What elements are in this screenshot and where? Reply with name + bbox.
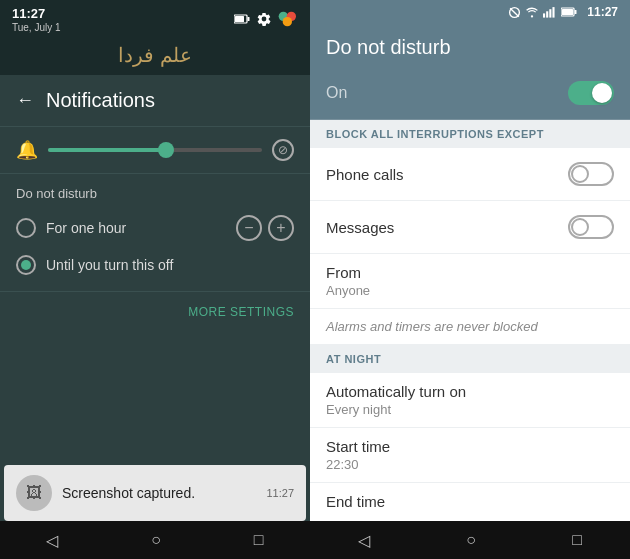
from-label: From xyxy=(326,264,614,281)
right-panel: 11:27 Do not disturb On BLOCK ALL INTERR… xyxy=(310,0,630,559)
svg-rect-13 xyxy=(575,10,577,14)
left-status-icons xyxy=(234,11,298,27)
auto-turn-on-value: Every night xyxy=(326,402,614,417)
settings-icon xyxy=(256,11,272,27)
messages-row[interactable]: Messages xyxy=(310,201,630,254)
right-back-nav-button[interactable]: ◁ xyxy=(346,527,382,554)
recent-nav-button[interactable]: □ xyxy=(242,527,276,553)
toast-text: Screenshot captured. xyxy=(62,485,256,501)
notification-toast: 🖼 Screenshot captured. 11:27 xyxy=(4,465,306,521)
dnd-label: Do not disturb xyxy=(16,186,294,201)
from-row[interactable]: From Anyone xyxy=(310,254,630,309)
svg-rect-8 xyxy=(543,13,545,17)
right-status-icons xyxy=(508,6,577,19)
right-nav-bar: ◁ ○ □ xyxy=(310,521,630,559)
dnd-controls: − + xyxy=(236,215,294,241)
toggle-knob xyxy=(592,83,612,103)
dnd-option-one-hour[interactable]: For one hour − + xyxy=(16,211,294,245)
auto-turn-on-label: Automatically turn on xyxy=(326,383,614,400)
svg-rect-10 xyxy=(550,9,552,17)
dnd-option-one-hour-text: For one hour xyxy=(46,220,226,236)
svg-rect-14 xyxy=(562,9,573,15)
phone-calls-toggle[interactable] xyxy=(568,162,614,186)
block-icon: ⊘ xyxy=(272,139,294,161)
end-time-label: End time xyxy=(326,493,614,510)
slider-fill xyxy=(48,148,166,152)
block-section-header: BLOCK ALL INTERRUPTIONS EXCEPT xyxy=(310,120,630,148)
svg-rect-9 xyxy=(546,11,548,17)
right-time: 11:27 xyxy=(587,5,618,19)
more-settings-button[interactable]: MORE SETTINGS xyxy=(188,305,294,319)
right-status-bar: 11:27 xyxy=(310,0,630,24)
left-status-time-block: 11:27 Tue, July 1 xyxy=(12,6,61,33)
left-panel: 11:27 Tue, July 1 علم فردا ← xyxy=(0,0,310,559)
alarm-info-text: Alarms and timers are never blocked xyxy=(326,319,614,334)
minus-button[interactable]: − xyxy=(236,215,262,241)
from-value: Anyone xyxy=(326,283,614,298)
messages-label: Messages xyxy=(326,219,394,236)
radio-inner xyxy=(21,260,31,270)
start-time-value: 22:30 xyxy=(326,457,614,472)
notifications-header: ← Notifications xyxy=(0,75,310,126)
app-grid-icon xyxy=(278,11,298,27)
more-settings-row[interactable]: MORE SETTINGS xyxy=(0,291,310,330)
right-recent-nav-button[interactable]: □ xyxy=(560,527,594,553)
radio-one-hour[interactable] xyxy=(16,218,36,238)
plus-button[interactable]: + xyxy=(268,215,294,241)
back-button[interactable]: ← xyxy=(16,90,34,111)
svg-rect-2 xyxy=(235,16,244,22)
left-nav-bar: ◁ ○ □ xyxy=(0,521,310,559)
start-time-label: Start time xyxy=(326,438,614,455)
dnd-toggle[interactable] xyxy=(568,81,614,105)
volume-slider[interactable] xyxy=(48,148,262,152)
dnd-title-bar: Do not disturb xyxy=(310,24,630,73)
right-battery-icon xyxy=(561,7,577,17)
slider-thumb xyxy=(158,142,174,158)
auto-turn-on-row[interactable]: Automatically turn on Every night xyxy=(310,373,630,428)
dnd-section: Do not disturb For one hour − + Until yo… xyxy=(0,173,310,291)
svg-rect-11 xyxy=(553,7,555,18)
start-time-row[interactable]: Start time 22:30 xyxy=(310,428,630,483)
messages-toggle[interactable] xyxy=(568,215,614,239)
volume-row: 🔔 ⊘ xyxy=(0,126,310,173)
watermark: علم فردا xyxy=(0,39,310,75)
battery-icon xyxy=(234,14,250,24)
notifications-title: Notifications xyxy=(46,89,155,112)
dnd-option-until-off-text: Until you turn this off xyxy=(46,257,294,273)
alarm-info-row: Alarms and timers are never blocked xyxy=(310,309,630,345)
signal-icon xyxy=(543,6,557,18)
no-disturb-icon xyxy=(508,6,521,19)
at-night-header: AT NIGHT xyxy=(310,345,630,373)
left-date: Tue, July 1 xyxy=(12,22,61,33)
on-toggle-row[interactable]: On xyxy=(310,73,630,120)
bell-icon: 🔔 xyxy=(16,139,38,161)
right-home-nav-button[interactable]: ○ xyxy=(454,527,488,553)
left-status-bar: 11:27 Tue, July 1 xyxy=(0,0,310,39)
back-nav-button[interactable]: ◁ xyxy=(34,527,70,554)
phone-calls-toggle-knob xyxy=(571,165,589,183)
home-nav-button[interactable]: ○ xyxy=(139,527,173,553)
phone-calls-row[interactable]: Phone calls xyxy=(310,148,630,201)
toast-icon: 🖼 xyxy=(16,475,52,511)
left-time: 11:27 xyxy=(12,6,61,22)
on-label: On xyxy=(326,84,347,102)
dnd-option-until-off[interactable]: Until you turn this off xyxy=(16,251,294,279)
svg-rect-1 xyxy=(248,17,250,21)
dnd-title: Do not disturb xyxy=(326,36,614,59)
messages-toggle-knob xyxy=(571,218,589,236)
svg-point-5 xyxy=(283,17,292,26)
wifi-icon xyxy=(525,6,539,18)
toast-time: 11:27 xyxy=(266,487,294,499)
phone-calls-label: Phone calls xyxy=(326,166,404,183)
radio-until-off[interactable] xyxy=(16,255,36,275)
end-time-row[interactable]: End time xyxy=(310,483,630,520)
